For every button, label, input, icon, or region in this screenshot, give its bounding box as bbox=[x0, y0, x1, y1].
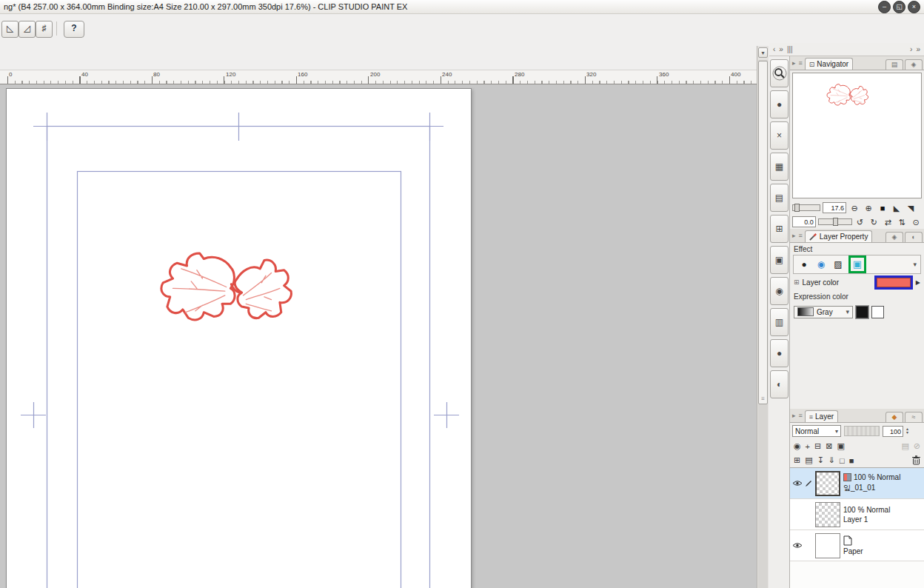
lock-layer-icon[interactable]: ⊟ bbox=[814, 441, 821, 451]
snap-to-grid-button[interactable]: ♯ bbox=[36, 21, 53, 38]
vertical-scrollbar[interactable]: ▾ ≡ bbox=[757, 46, 769, 588]
collapse-right-icon[interactable]: › bbox=[910, 45, 912, 53]
transfer-to-lower-layer-icon[interactable]: ↧ bbox=[817, 455, 824, 465]
tab-tool-property[interactable]: ◈ bbox=[886, 232, 903, 242]
rotation-slider[interactable] bbox=[818, 218, 852, 225]
fit-to-width-icon[interactable]: ◣ bbox=[891, 202, 903, 214]
visibility-eye-icon[interactable] bbox=[792, 542, 803, 549]
zoom-slider-handle[interactable] bbox=[794, 204, 800, 212]
expand-left-icon[interactable]: » bbox=[779, 45, 783, 53]
zoom-value[interactable]: 17.6 bbox=[823, 202, 846, 213]
pen-tool-button[interactable]: ◉ bbox=[770, 277, 789, 305]
layer-row-paper[interactable]: Paper bbox=[790, 530, 924, 561]
visibility-eye-icon[interactable] bbox=[792, 480, 803, 487]
apply-mask-icon[interactable]: ■ bbox=[849, 456, 854, 465]
effect-dropdown-icon[interactable]: ▾ bbox=[913, 261, 917, 268]
rotate-right-icon[interactable]: ↻ bbox=[868, 216, 880, 228]
expand-right-icon[interactable]: » bbox=[916, 45, 920, 53]
layer-color-effect-icon[interactable]: ▣ bbox=[851, 258, 864, 271]
layer-thumbnail[interactable] bbox=[815, 502, 840, 527]
lock-transparent-pixels-icon[interactable]: ⊠ bbox=[826, 441, 832, 451]
zoom-slider[interactable] bbox=[792, 204, 820, 211]
move-tool-button[interactable]: × bbox=[770, 121, 789, 150]
reference-layer-icon[interactable]: ▤ bbox=[901, 441, 908, 451]
tone-tool-button[interactable]: ▦ bbox=[770, 153, 789, 181]
palette-arrow-icon[interactable]: ▸ bbox=[791, 412, 797, 419]
color-picker-arrow-icon[interactable]: ▶ bbox=[916, 279, 920, 286]
tone-effect-icon[interactable]: ◉ bbox=[814, 258, 828, 271]
brush-tool-button[interactable]: ● bbox=[770, 339, 789, 367]
scrollbar-dropdown-button[interactable]: ▾ bbox=[758, 47, 768, 58]
tab-brush-shape[interactable]: ◐ bbox=[905, 232, 923, 242]
draft-layer-icon[interactable]: ⊘ bbox=[914, 441, 920, 451]
collapse-left-icon[interactable]: ‹ bbox=[773, 45, 775, 53]
rotation-slider-handle[interactable] bbox=[833, 218, 838, 226]
flip-horizontal-icon[interactable]: ⇄ bbox=[882, 216, 894, 228]
zoom-out-icon[interactable]: ⊖ bbox=[848, 202, 860, 214]
expand-icon[interactable]: ⊞ bbox=[794, 278, 800, 286]
close-button[interactable]: × bbox=[908, 1, 920, 13]
tab-timeline[interactable]: ≈ bbox=[905, 412, 923, 422]
tab-layer-search[interactable]: ◆ bbox=[886, 412, 903, 422]
rotation-value[interactable]: 0.0 bbox=[792, 216, 816, 227]
opacity-spinner[interactable]: ▴ ▾ bbox=[906, 427, 908, 435]
tab-layer[interactable]: ≡ Layer bbox=[805, 410, 838, 422]
tab-layer-property[interactable]: Layer Property bbox=[805, 230, 873, 242]
tab-sub-view[interactable]: ▤ bbox=[886, 59, 903, 70]
spin-down-icon[interactable]: ▾ bbox=[906, 431, 908, 435]
zoom-tool-button[interactable] bbox=[770, 59, 789, 87]
restore-button[interactable]: ◱ bbox=[893, 1, 905, 13]
pin-layer-icon[interactable]: + bbox=[806, 442, 810, 451]
tab-information[interactable]: ◈ bbox=[905, 59, 923, 70]
halftone-effect-icon[interactable]: ▨ bbox=[831, 258, 845, 271]
merge-to-lower-layer-icon[interactable]: ⇓ bbox=[828, 455, 835, 465]
rotate-left-icon[interactable]: ↺ bbox=[854, 216, 866, 228]
snap-to-special-ruler-button[interactable]: ◿ bbox=[19, 21, 36, 38]
border-effect-icon[interactable]: ● bbox=[797, 258, 811, 271]
select-tool-button[interactable]: ◐ bbox=[770, 370, 789, 398]
dock-grip-icon[interactable]: ||| bbox=[787, 45, 793, 53]
create-layer-mask-icon[interactable]: □ bbox=[840, 456, 845, 465]
snap-to-ruler-button[interactable]: ◺ bbox=[1, 21, 19, 38]
minimize-button[interactable]: – bbox=[878, 1, 891, 13]
scrollbar-thumb[interactable]: ≡ bbox=[758, 61, 768, 404]
layer-row-layer1[interactable]: 100 % Normal Layer 1 bbox=[790, 499, 924, 530]
enable-mask-icon[interactable]: ▣ bbox=[837, 441, 844, 451]
layer-thumbnail[interactable] bbox=[815, 471, 840, 496]
layer-color-swatch[interactable] bbox=[877, 278, 911, 287]
frame-border-tool-button[interactable]: ⊞ bbox=[770, 215, 789, 243]
help-button[interactable]: ? bbox=[64, 21, 84, 38]
reset-view-icon[interactable]: ⊙ bbox=[910, 216, 922, 228]
palette-menu-icon[interactable]: ≡ bbox=[798, 232, 803, 239]
highlight-box-green: ▣ bbox=[848, 255, 866, 273]
delete-layer-icon[interactable] bbox=[912, 455, 920, 465]
navigator-preview[interactable] bbox=[792, 73, 922, 198]
palette-arrow-icon[interactable]: ▸ bbox=[791, 59, 797, 67]
folder-tool-button[interactable]: ▥ bbox=[770, 308, 789, 336]
canvas-viewport[interactable] bbox=[0, 84, 757, 588]
layer-toolbar-row-2: ⊞ ▤ ↧ ⇓ □ ■ bbox=[790, 453, 924, 467]
expression-color-select[interactable]: Gray ▾ bbox=[794, 306, 853, 318]
flip-vertical-icon[interactable]: ⇅ bbox=[896, 216, 908, 228]
material-tool-button[interactable]: ▣ bbox=[770, 246, 789, 274]
fit-to-screen-icon[interactable]: ■ bbox=[877, 202, 888, 214]
palette-menu-icon[interactable]: ≡ bbox=[798, 59, 803, 67]
page-tool-button[interactable]: ▤ bbox=[770, 184, 789, 212]
white-swatch[interactable] bbox=[871, 306, 884, 318]
opacity-slider[interactable] bbox=[844, 426, 880, 436]
actual-size-icon[interactable]: ◥ bbox=[905, 202, 917, 214]
show-all-layers-icon[interactable]: ◉ bbox=[794, 441, 801, 451]
blend-mode-select[interactable]: Normal ▾ bbox=[792, 425, 841, 437]
layer-row-leaf[interactable]: 100 % Normal 잎_01_01 bbox=[790, 468, 924, 499]
palette-arrow-icon[interactable]: ▸ bbox=[791, 232, 797, 239]
tab-navigator[interactable]: ⊡ Navigator bbox=[805, 58, 853, 70]
scrollbar-track[interactable]: ≡ bbox=[758, 60, 768, 588]
black-swatch[interactable] bbox=[856, 306, 868, 318]
zoom-in-icon[interactable]: ⊕ bbox=[863, 202, 874, 214]
opacity-value[interactable]: 100 bbox=[883, 426, 903, 437]
new-layer-folder-icon[interactable]: ▤ bbox=[805, 455, 812, 465]
operation-tool-button[interactable]: ● bbox=[770, 90, 789, 118]
palette-menu-icon[interactable]: ≡ bbox=[798, 412, 803, 419]
layer-thumbnail[interactable] bbox=[815, 533, 840, 558]
new-raster-layer-icon[interactable]: ⊞ bbox=[794, 455, 800, 465]
